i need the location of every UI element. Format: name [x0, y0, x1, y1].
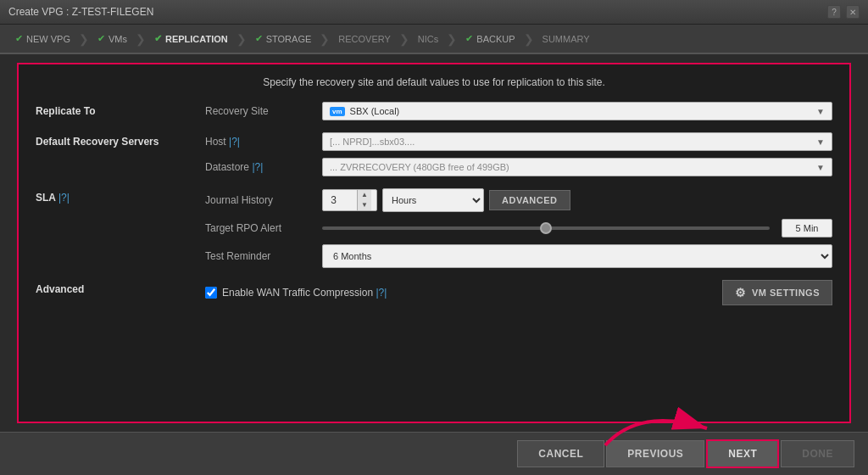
- journal-history-row: Journal History ▲ ▼ Hours: [205, 188, 832, 212]
- recovery-site-label: Recovery Site: [205, 105, 315, 117]
- title-bar-controls: ? ✕: [827, 5, 860, 19]
- gear-icon: ⚙: [735, 286, 747, 299]
- chevron-down-icon: ▼: [816, 137, 825, 147]
- target-rpo-control: 5 Min: [322, 219, 832, 238]
- previous-button[interactable]: PREVIOUS: [606, 440, 704, 467]
- rpo-value-display: 5 Min: [782, 219, 832, 238]
- step-arrow-6: ❯: [445, 32, 459, 46]
- vm-icon: vm: [330, 107, 345, 116]
- wan-help-link[interactable]: |?|: [376, 287, 387, 299]
- datastore-help-link[interactable]: |?|: [252, 161, 263, 173]
- content-area: Specify the recovery site and default va…: [0, 54, 868, 432]
- step-new-vpg[interactable]: ✔ NEW VPG: [8, 25, 77, 53]
- done-button[interactable]: DONE: [781, 440, 854, 467]
- host-control: [... NPRD]...sbx03.... ▼: [322, 132, 832, 151]
- test-reminder-control: 1 Month 3 Months 6 Months 12 Months Neve…: [322, 244, 832, 268]
- spinner-down-button[interactable]: ▼: [358, 200, 371, 210]
- host-dropdown[interactable]: [... NPRD]...sbx03.... ▼: [322, 132, 832, 151]
- check-icon: ✔: [154, 33, 162, 44]
- target-rpo-row: Target RPO Alert 5 Min: [205, 219, 832, 238]
- datastore-control: ... ZVRRECOVERY (480GB free of 499GB) ▼: [322, 158, 832, 176]
- datastore-dropdown[interactable]: ... ZVRRECOVERY (480GB free of 499GB) ▼: [322, 158, 832, 176]
- check-icon: ✔: [255, 33, 263, 44]
- form-panel: Specify the recovery site and default va…: [17, 63, 851, 423]
- host-row: Host |?| [... NPRD]...sbx03.... ▼: [205, 132, 832, 151]
- step-vms[interactable]: ✔ VMs: [91, 25, 134, 53]
- host-value: [... NPRD]...sbx03....: [330, 137, 811, 147]
- host-label: Host |?|: [205, 136, 315, 148]
- wan-compression-checkbox[interactable]: [205, 287, 217, 299]
- spinner-up-button[interactable]: ▲: [358, 190, 371, 200]
- host-help-link[interactable]: |?|: [229, 136, 240, 148]
- vm-settings-button[interactable]: ⚙ VM SETTINGS: [722, 280, 832, 305]
- cancel-button[interactable]: CANCEL: [517, 440, 604, 467]
- footer: CANCEL PREVIOUS NEXT DONE: [0, 432, 868, 475]
- step-nics[interactable]: NICs: [411, 25, 445, 53]
- journal-history-unit-dropdown[interactable]: Hours Days: [382, 188, 484, 212]
- recovery-site-dropdown[interactable]: vm SBX (Local) ▼: [322, 102, 832, 120]
- target-rpo-label: Target RPO Alert: [205, 222, 315, 234]
- spinner-buttons: ▲ ▼: [357, 190, 371, 210]
- step-arrow-5: ❯: [398, 32, 411, 46]
- dropdown-vm-content: vm SBX (Local): [330, 106, 399, 116]
- title-bar: Create VPG : Z-TEST-FILEGEN ? ✕: [0, 0, 868, 25]
- advanced-row: Enable WAN Traffic Compression |?| ⚙ VM …: [205, 280, 832, 305]
- replicate-to-fields: Recovery Site vm SBX (Local) ▼: [205, 102, 832, 120]
- panel-description: Specify the recovery site and default va…: [36, 76, 832, 88]
- sla-help-link[interactable]: |?|: [58, 192, 70, 204]
- next-button[interactable]: NEXT: [706, 439, 779, 468]
- step-arrow-3: ❯: [235, 32, 248, 46]
- sla-label: SLA |?|: [36, 188, 205, 204]
- datastore-value: ... ZVRRECOVERY (480GB free of 499GB): [330, 162, 811, 172]
- journal-history-input[interactable]: [323, 191, 357, 210]
- step-arrow-2: ❯: [134, 32, 147, 46]
- advanced-button[interactable]: ADVANCED: [489, 190, 570, 210]
- title-bar-text: Create VPG : Z-TEST-FILEGEN: [8, 6, 153, 18]
- journal-history-control: ▲ ▼ Hours Days ADVANCED: [322, 188, 832, 212]
- check-icon: ✔: [97, 33, 105, 44]
- dialog: ✔ NEW VPG ❯ ✔ VMs ❯ ✔ REPLICATION ❯ ✔ ST…: [0, 25, 868, 475]
- journal-history-spinner: ▲ ▼: [322, 189, 377, 211]
- advanced-fields: Enable WAN Traffic Compression |?| ⚙ VM …: [205, 280, 832, 305]
- step-replication[interactable]: ✔ REPLICATION: [147, 25, 235, 53]
- close-button[interactable]: ✕: [846, 5, 860, 19]
- datastore-label: Datastore |?|: [205, 161, 315, 173]
- default-recovery-servers-label: Default Recovery Servers: [36, 132, 205, 148]
- default-recovery-servers-fields: Host |?| [... NPRD]...sbx03.... ▼ D: [205, 132, 832, 176]
- check-icon: ✔: [465, 33, 473, 44]
- wizard-steps: ✔ NEW VPG ❯ ✔ VMs ❯ ✔ REPLICATION ❯ ✔ ST…: [0, 25, 868, 54]
- test-reminder-dropdown[interactable]: 1 Month 3 Months 6 Months 12 Months Neve…: [322, 244, 832, 268]
- sla-section: SLA |?| Journal History ▲ ▼: [36, 188, 832, 268]
- chevron-down-icon: ▼: [816, 163, 825, 172]
- sla-fields: Journal History ▲ ▼ Hours: [205, 188, 832, 268]
- datastore-row: Datastore |?| ... ZVRRECOVERY (480GB fre…: [205, 158, 832, 176]
- recovery-site-value: SBX (Local): [350, 106, 400, 116]
- step-storage[interactable]: ✔ STORAGE: [248, 25, 319, 53]
- wan-compression-label: Enable WAN Traffic Compression |?|: [222, 287, 387, 299]
- recovery-site-control: vm SBX (Local) ▼: [322, 102, 832, 120]
- default-recovery-servers-section: Default Recovery Servers Host |?| [... N…: [36, 132, 832, 176]
- step-arrow-4: ❯: [318, 32, 331, 46]
- check-icon: ✔: [15, 33, 23, 44]
- test-reminder-row: Test Reminder 1 Month 3 Months 6 Months …: [205, 244, 832, 268]
- help-button[interactable]: ?: [827, 5, 841, 19]
- step-arrow-7: ❯: [522, 32, 536, 46]
- rpo-slider[interactable]: [322, 226, 770, 230]
- advanced-label: Advanced: [36, 280, 205, 295]
- test-reminder-label: Test Reminder: [205, 250, 315, 262]
- step-recovery[interactable]: RECOVERY: [331, 25, 398, 53]
- step-summary[interactable]: SUMMARY: [536, 25, 597, 53]
- rpo-slider-wrap: [322, 226, 770, 230]
- advanced-section: Advanced Enable WAN Traffic Compression …: [36, 280, 832, 305]
- replicate-to-label: Replicate To: [36, 102, 205, 117]
- step-backup[interactable]: ✔ BACKUP: [459, 25, 521, 53]
- wan-compression-row: Enable WAN Traffic Compression |?|: [205, 287, 387, 299]
- recovery-site-row: Recovery Site vm SBX (Local) ▼: [205, 102, 832, 120]
- journal-history-label: Journal History: [205, 194, 315, 206]
- chevron-down-icon: ▼: [816, 107, 825, 116]
- step-arrow-1: ❯: [77, 32, 91, 46]
- replicate-to-section: Replicate To Recovery Site vm SBX (Local…: [36, 102, 832, 120]
